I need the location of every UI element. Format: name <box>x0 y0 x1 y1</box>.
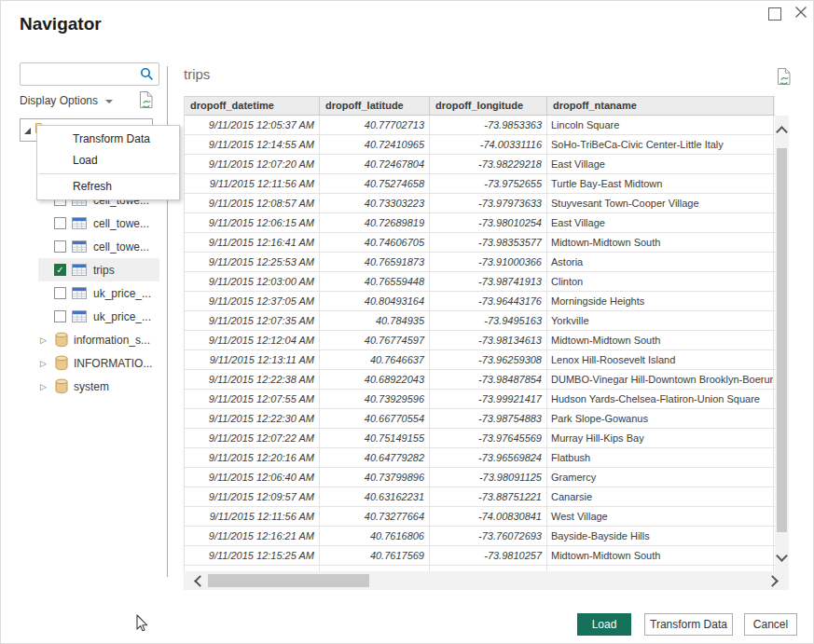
cell: 40.72410965 <box>320 135 430 154</box>
preview-table-body: 9/11/2015 12:05:37 AM40.77702713-73.9853… <box>185 116 775 571</box>
transform-data-button[interactable]: Transform Data <box>644 613 733 636</box>
cell: 40.76774597 <box>320 331 430 349</box>
tree-database-list: ▷ information_s...▷ INFORMATIO...▷ syste… <box>38 328 167 398</box>
database-icon <box>55 332 68 348</box>
tree-item-information-s[interactable]: ▷ information_s... <box>38 328 167 351</box>
horizontal-scrollbar[interactable] <box>184 571 789 590</box>
cell: 40.75149155 <box>320 429 430 447</box>
expand-arrow-icon[interactable]: ▷ <box>40 359 48 368</box>
load-button[interactable]: Load <box>577 613 631 636</box>
close-button[interactable] <box>794 6 807 19</box>
cancel-button[interactable]: Cancel <box>744 613 797 636</box>
table-icon <box>72 240 87 253</box>
tree-item-cell-towe[interactable]: cell_towe... <box>38 235 159 258</box>
scroll-right-button[interactable] <box>766 575 779 587</box>
cell: 9/11/2015 12:15:25 AM <box>185 546 320 565</box>
cell: Astoria <box>547 253 774 271</box>
cell: 9/11/2015 12:06:40 AM <box>185 468 320 486</box>
table-row: 9/11/2015 12:06:15 AM40.72689819-73.9801… <box>185 213 775 233</box>
cell: -73.98353577 <box>430 233 547 252</box>
menu-item-transform-data[interactable]: Transform Data <box>37 129 179 150</box>
tree-item-informatio[interactable]: ▷ INFORMATIO... <box>38 351 167 375</box>
cell: -73.9810257 <box>430 546 547 565</box>
maximize-button[interactable] <box>768 7 781 21</box>
tree-item-trips[interactable]: ✓ trips <box>38 258 159 281</box>
tree-item-uk-price[interactable]: uk_price_... <box>38 281 159 305</box>
cell: East Village <box>547 213 774 232</box>
cell: 40.784935 <box>320 311 430 330</box>
checkbox[interactable] <box>54 217 66 229</box>
tree-item-uk-price[interactable]: uk_price_... <box>38 305 159 328</box>
vertical-scrollbar-thumb[interactable] <box>777 148 787 532</box>
refresh-icon[interactable] <box>139 90 154 109</box>
cell: -73.98754883 <box>430 409 547 428</box>
cell: Midtown-Midtown South <box>547 233 774 252</box>
cell: DUMBO-Vinegar Hill-Downtown Brooklyn-Boe… <box>547 370 774 389</box>
checkbox[interactable]: ✓ <box>54 264 66 276</box>
database-icon <box>55 378 68 394</box>
cell: Park Slope-Gowanus <box>547 409 774 428</box>
cell: 40.63162231 <box>320 487 430 506</box>
scroll-up-button[interactable] <box>776 126 788 138</box>
scroll-left-button[interactable] <box>194 575 206 587</box>
cell: 40.77702713 <box>320 116 430 134</box>
cell: 9/11/2015 12:11:56 AM <box>185 507 320 526</box>
tree-item-label: cell_towe... <box>93 217 149 230</box>
table-row: 9/11/2015 12:11:56 AM40.73277664-74.0083… <box>185 507 775 527</box>
menu-item-refresh[interactable]: Refresh <box>37 176 179 198</box>
cell: -73.9495163 <box>430 311 547 330</box>
table-row: 9/11/2015 12:08:57 AM40.73303223-73.9797… <box>185 194 775 213</box>
cell: Midtown-Midtown South <box>547 331 774 349</box>
navigator-dialog: Navigator Display Options <box>0 0 814 644</box>
preview-table: dropoff_datetimedropoff_latitudedropoff_… <box>184 96 775 571</box>
expand-arrow-icon[interactable]: ▷ <box>40 382 48 391</box>
checkbox[interactable] <box>54 310 66 322</box>
cell: 40.68922043 <box>320 370 430 389</box>
expanded-indicator-icon[interactable] <box>24 128 31 134</box>
search-input[interactable] <box>25 65 137 85</box>
cell: 9/11/2015 12:07:20 AM <box>185 155 320 173</box>
vertical-scrollbar[interactable] <box>775 116 789 571</box>
cell: -73.96443176 <box>430 292 547 310</box>
cell: Bayside-Bayside Hills <box>547 527 774 545</box>
preview-table-header: dropoff_datetimedropoff_latitudedropoff_… <box>185 96 775 116</box>
menu-separator <box>39 173 177 174</box>
display-options-dropdown[interactable]: Display Options <box>20 94 113 107</box>
cell: 9/11/2015 12:09:57 AM <box>185 487 320 506</box>
tree-item-cell-towe[interactable]: cell_towe... <box>38 212 159 235</box>
context-menu: Transform DataLoadRefresh <box>36 125 180 200</box>
cell: 9/11/2015 12:22:38 AM <box>185 370 320 389</box>
cell: -73.98487854 <box>430 370 547 389</box>
table-icon <box>72 217 87 229</box>
scroll-down-button[interactable] <box>776 550 788 562</box>
cell: -73.97973633 <box>430 194 547 212</box>
cell: -73.9853363 <box>430 116 547 134</box>
expand-arrow-icon[interactable]: ▷ <box>40 336 48 345</box>
tree-item-label: cell_towe... <box>93 240 149 253</box>
checkbox[interactable] <box>54 240 66 253</box>
cell: 9/11/2015 12:14:55 AM <box>185 135 320 154</box>
checkbox[interactable] <box>54 287 66 299</box>
column-header-dropoff-latitude: dropoff_latitude <box>320 97 430 115</box>
mouse-cursor <box>136 614 149 634</box>
preview-refresh-icon[interactable] <box>777 67 792 86</box>
tree-item-label: uk_price_... <box>93 310 151 323</box>
cell: 9/11/2015 12:07:35 AM <box>185 311 320 330</box>
cell: -73.96259308 <box>430 350 547 369</box>
search-icon[interactable] <box>140 67 154 81</box>
tree-item-system[interactable]: ▷ system <box>38 375 167 398</box>
cell: West Village <box>547 507 774 526</box>
menu-item-load[interactable]: Load <box>37 150 179 171</box>
chevron-down-icon <box>105 100 113 103</box>
cell: 9/11/2015 12:22:30 AM <box>185 409 320 428</box>
cell: Morningside Heights <box>547 292 774 310</box>
cell: -73.9752655 <box>430 174 547 193</box>
cell: 9/11/2015 12:12:04 AM <box>185 331 320 349</box>
cell: 9/11/2015 12:13:11 AM <box>185 350 320 369</box>
cell: 40.74606705 <box>320 233 430 252</box>
horizontal-scrollbar-thumb[interactable] <box>208 574 369 587</box>
cell: 40.66770554 <box>320 409 430 428</box>
cell: 40.75274658 <box>320 174 430 193</box>
cell: 9/11/2015 12:37:05 AM <box>185 292 320 310</box>
cell: Midtown-Midtown South <box>547 546 774 565</box>
